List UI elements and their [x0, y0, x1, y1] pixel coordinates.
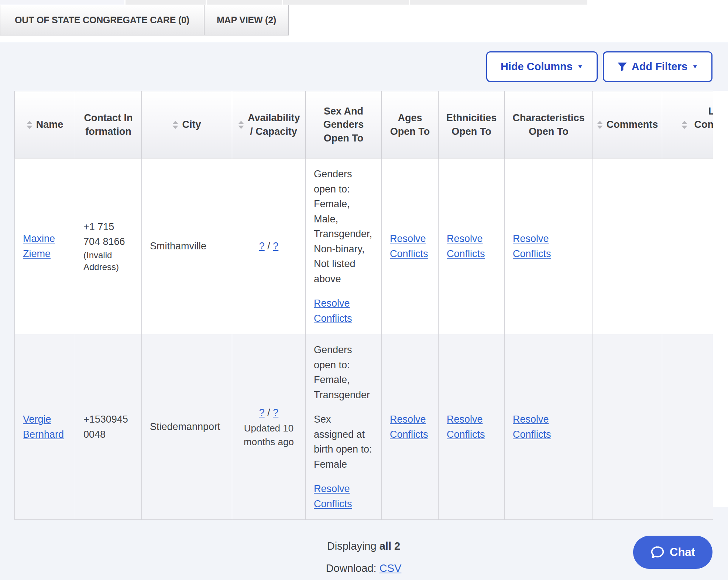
resolve-conflicts-link[interactable]: Resolve Conflicts [447, 414, 485, 440]
sort-icon[interactable] [681, 121, 687, 129]
clipped-tab[interactable] [0, 0, 124, 5]
column-header-ethnicities-open-to: Ethnicities Open To [439, 91, 505, 158]
sort-icon[interactable] [238, 121, 244, 129]
phone-number: +15309450048 [83, 412, 133, 442]
clipped-tab-row [0, 0, 587, 5]
provider-name-link[interactable]: Vergie Bernhard [23, 414, 64, 440]
resolve-conflicts-link[interactable]: Resolve Conflicts [314, 483, 352, 509]
chat-label: Chat [670, 546, 695, 559]
resolve-conflicts-link[interactable]: Resolve Conflicts [513, 414, 551, 440]
table-toolbar: Hide Columns ▼ Add Filters ▼ [486, 51, 712, 82]
cell-availability-capacity: ? / ? [232, 158, 306, 334]
cell-ages-open-to: Resolve Conflicts [382, 334, 439, 520]
sort-icon[interactable] [597, 121, 603, 129]
table-row: Vergie Bernhard +15309450048 Stiedemannp… [15, 334, 713, 520]
genders-open-to-text: Genders open to: Female, Transgender [314, 342, 373, 402]
cell-name: Vergie Bernhard [15, 334, 75, 520]
column-header-ages-open-to: Ages Open To [382, 91, 439, 158]
chat-bubble-icon [650, 546, 665, 559]
download-row: Download: CSV [14, 562, 713, 574]
table-header-row: Name Contact Information City Availabili… [15, 91, 713, 158]
displaying-count: Displaying all 2 [14, 540, 713, 552]
resolve-conflicts-link[interactable]: Resolve Conflicts [390, 414, 428, 440]
resolve-conflicts-link[interactable]: Resolve Conflicts [513, 233, 551, 259]
tab-out-of-state-congregate-care[interactable]: OUT OF STATE CONGREGATE CARE (0) [0, 5, 204, 35]
cell-sex-and-genders: Genders open to: Female, Male, Transgend… [306, 158, 382, 334]
filter-icon [617, 62, 627, 72]
cell-last-contacted-at [662, 158, 713, 334]
cell-ethnicities-open-to: Resolve Conflicts [439, 334, 505, 520]
column-header-name: Name [15, 91, 75, 158]
hide-columns-button[interactable]: Hide Columns ▼ [486, 51, 598, 82]
clipped-tab[interactable] [207, 0, 282, 5]
column-header-availability-capacity: Availability / Capacity [232, 91, 306, 158]
clipped-tab[interactable] [126, 0, 206, 5]
column-header-sex-and-genders-open-to: Sex And Genders Open To [306, 91, 382, 158]
sex-assigned-open-to-text: Sex assigned at birth open to: Female [314, 412, 373, 472]
availability-unknown-link[interactable]: ? [259, 407, 265, 418]
column-header-comments: Comments [593, 91, 662, 158]
column-header-city: City [142, 91, 232, 158]
cell-contact-information: +1 715 704 8166 (Invalid Address) [75, 158, 142, 334]
cell-comments [593, 158, 662, 334]
sort-icon[interactable] [172, 121, 178, 129]
column-header-contact-information: Contact Information [75, 91, 142, 158]
add-filters-label: Add Filters [632, 61, 687, 73]
displaying-count-value: all 2 [380, 540, 400, 552]
cell-last-contacted-at [662, 334, 713, 520]
cell-contact-information: +15309450048 [75, 334, 142, 520]
sort-icon[interactable] [27, 121, 32, 129]
column-header-last-contacted-at: Last Contacted At [662, 91, 713, 158]
chevron-down-icon: ▼ [692, 64, 698, 70]
results-table-container: Name Contact Information City Availabili… [14, 91, 713, 520]
column-header-characteristics-open-to: Characteristics Open To [505, 91, 593, 158]
table-footer: Displaying all 2 Download: CSV [14, 540, 713, 574]
capacity-unknown-link[interactable]: ? [273, 407, 278, 418]
chat-button[interactable]: Chat [633, 536, 712, 569]
scroll-gutter [713, 91, 728, 507]
hide-columns-label: Hide Columns [501, 61, 573, 73]
capacity-unknown-link[interactable]: ? [273, 240, 278, 252]
availability-unknown-link[interactable]: ? [259, 240, 265, 252]
cell-ages-open-to: Resolve Conflicts [382, 158, 439, 334]
invalid-address-note: (Invalid Address) [83, 249, 133, 273]
cell-ethnicities-open-to: Resolve Conflicts [439, 158, 505, 334]
add-filters-button[interactable]: Add Filters ▼ [603, 51, 712, 82]
cell-comments [593, 334, 662, 520]
phone-number: +1 715 704 8166 [83, 219, 133, 249]
cell-city: Stiedemannport [142, 334, 232, 520]
download-csv-link[interactable]: CSV [380, 562, 402, 574]
cell-availability-capacity: ? / ? Updated 10 months ago [232, 334, 306, 520]
table-row: Maxine Zieme +1 715 704 8166 (Invalid Ad… [15, 158, 713, 334]
cell-characteristics-open-to: Resolve Conflicts [505, 158, 593, 334]
cell-city: Smithamville [142, 158, 232, 334]
results-table: Name Contact Information City Availabili… [14, 91, 713, 520]
tab-map-view[interactable]: MAP VIEW (2) [204, 5, 289, 35]
chevron-down-icon: ▼ [577, 64, 583, 70]
cell-sex-and-genders: Genders open to: Female, Transgender Sex… [306, 334, 382, 520]
clipped-tab[interactable] [410, 0, 587, 5]
availability-updated-note: Updated 10 months ago [236, 422, 302, 448]
resolve-conflicts-link[interactable]: Resolve Conflicts [447, 233, 485, 259]
clipped-tab[interactable] [283, 0, 409, 5]
cell-name: Maxine Zieme [15, 158, 75, 334]
resolve-conflicts-link[interactable]: Resolve Conflicts [314, 298, 352, 324]
cell-characteristics-open-to: Resolve Conflicts [505, 334, 593, 520]
provider-name-link[interactable]: Maxine Zieme [23, 233, 55, 259]
resolve-conflicts-link[interactable]: Resolve Conflicts [390, 233, 428, 259]
genders-open-to-text: Genders open to: Female, Male, Transgend… [314, 167, 373, 286]
